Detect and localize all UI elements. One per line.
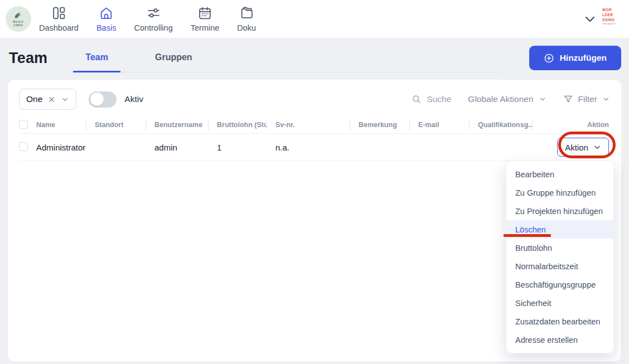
nav-label: Termine <box>191 23 220 32</box>
aktiv-toggle[interactable] <box>89 91 117 108</box>
menu-item-zu-projekten-hinzufuegen[interactable]: Zu Projekten hinzufügen <box>506 202 613 220</box>
menu-item-zusatzdaten-bearbeiten[interactable]: Zusatzdaten bearbeiten <box>506 312 613 331</box>
filter-chip-label: One <box>26 94 42 104</box>
column-header-name[interactable]: Name <box>35 120 86 130</box>
team-table: Name Standort Benutzername Bruttolohn (S… <box>19 117 610 161</box>
cell-benutzername: admin <box>146 143 209 152</box>
page-title: Team <box>9 46 47 67</box>
select-all-cell <box>19 120 35 130</box>
search-label: Suche <box>427 94 451 104</box>
product-logo-line: SSING <box>602 18 622 23</box>
product-logo: WOR LDER SSING navigation <box>602 6 622 26</box>
nav-label: Dashboard <box>39 23 79 32</box>
column-header-bemerkung[interactable]: Bemerkung <box>350 120 410 130</box>
select-all-checkbox[interactable] <box>19 120 28 129</box>
top-navigation: MEDIA GMBH Dashboard Basis <box>0 0 629 38</box>
grid-icon <box>52 6 66 22</box>
table-header-row: Name Standort Benutzername Bruttolohn (S… <box>19 117 610 134</box>
global-actions-dropdown[interactable]: Globale Aktionen <box>468 94 546 104</box>
tab-gruppen[interactable]: Gruppen <box>143 46 205 72</box>
clear-filter-icon[interactable] <box>47 95 56 104</box>
action-button-label: Aktion <box>565 143 588 152</box>
column-header-bruttolohn[interactable]: Bruttolohn (Stu... <box>209 120 267 130</box>
action-dropdown-menu: Bearbeiten Zu Gruppe hinzufügen Zu Proje… <box>506 161 614 353</box>
funnel-icon <box>563 94 573 104</box>
menu-item-loeschen[interactable]: Löschen <box>506 220 613 239</box>
chevron-down-icon <box>602 95 610 103</box>
menu-item-beschaeftigungsgruppe[interactable]: Beschäftigungsgruppe <box>506 275 613 294</box>
nav-item-termine[interactable]: Termine <box>191 6 220 32</box>
nav-item-doku[interactable]: Doku <box>237 6 256 32</box>
row-action-button[interactable]: Aktion <box>557 138 609 157</box>
toolbar-right: Suche Globale Aktionen Filter <box>412 94 610 104</box>
column-header-email[interactable]: E-mail <box>410 120 470 130</box>
nav-item-dashboard[interactable]: Dashboard <box>39 6 79 32</box>
cell-bruttolohn: 1 <box>209 143 267 152</box>
cell-aktion: Aktion <box>533 138 610 157</box>
search-control[interactable]: Suche <box>412 94 451 104</box>
add-button[interactable]: Hinzufügen <box>529 46 621 70</box>
product-logo-subline: navigation <box>602 22 622 26</box>
nav-item-basis[interactable]: Basis <box>96 6 116 32</box>
column-header-qualifikationsgruppe[interactable]: Qualifikationsg.. <box>470 120 533 130</box>
page-header: Team Team Gruppen Hinzufügen <box>0 38 629 72</box>
sliders-icon <box>147 6 161 22</box>
product-logo-line: WOR <box>602 8 622 13</box>
cell-svnr: n.a. <box>267 143 350 152</box>
nav-label: Doku <box>237 23 256 32</box>
account-chevron-down-icon[interactable] <box>583 12 597 28</box>
cell-name: Administrator <box>35 143 86 152</box>
tab-bar: Team Gruppen <box>73 46 497 72</box>
filter-label: Filter <box>578 94 597 104</box>
table-row: Administrator admin 1 n.a. Aktion <box>19 134 610 161</box>
home-icon <box>99 6 113 22</box>
column-header-svnr[interactable]: Sv-nr. <box>267 120 350 130</box>
column-header-standort[interactable]: Standort <box>86 120 146 130</box>
folder-icon <box>240 6 254 22</box>
tab-team[interactable]: Team <box>73 46 120 72</box>
row-select-cell <box>19 142 35 153</box>
filter-dropdown[interactable]: Filter <box>563 94 610 104</box>
filter-chip-one[interactable]: One <box>19 89 76 110</box>
column-header-aktion: Aktion <box>533 120 610 130</box>
menu-item-bruttolohn[interactable]: Bruttolohn <box>506 239 613 257</box>
nav-right: WOR LDER SSING navigation <box>583 6 622 28</box>
plus-circle-icon <box>544 53 554 64</box>
chevron-down-icon <box>539 95 546 103</box>
menu-item-bearbeiten[interactable]: Bearbeiten <box>506 165 613 183</box>
calendar-icon <box>198 6 212 22</box>
nav-label: Controlling <box>134 23 172 32</box>
search-icon <box>412 94 422 104</box>
add-button-label: Hinzufügen <box>560 53 607 63</box>
product-logo-line: LDER <box>602 13 622 18</box>
menu-item-zu-gruppe-hinzufuegen[interactable]: Zu Gruppe hinzufügen <box>506 183 613 202</box>
menu-item-normalarbeitszeit[interactable]: Normalarbeitszeit <box>506 257 613 275</box>
toggle-label: Aktiv <box>124 94 143 104</box>
chevron-down-icon <box>593 143 601 151</box>
menu-item-adresse-erstellen[interactable]: Adresse erstellen <box>506 331 613 349</box>
menu-item-sicherheit[interactable]: Sicherheit <box>506 294 613 312</box>
global-actions-label: Globale Aktionen <box>468 94 533 104</box>
table-toolbar: One Aktiv Suche Globale Aktionen <box>19 89 610 110</box>
nav-item-controlling[interactable]: Controlling <box>134 6 172 32</box>
chevron-down-icon[interactable] <box>61 95 69 104</box>
company-logo[interactable]: MEDIA GMBH <box>6 6 31 32</box>
nav-label: Basis <box>96 23 116 32</box>
row-checkbox[interactable] <box>19 142 28 151</box>
brand-line: GMBH <box>13 24 24 27</box>
main-nav: Dashboard Basis Controlling <box>39 6 256 32</box>
toggle-knob <box>90 93 104 106</box>
column-header-benutzername[interactable]: Benutzername <box>146 120 209 130</box>
bird-icon <box>12 11 25 21</box>
